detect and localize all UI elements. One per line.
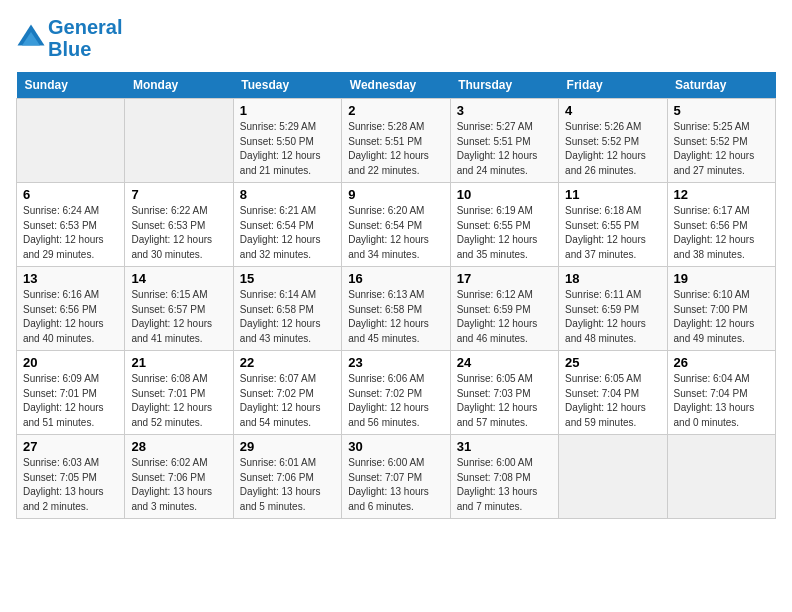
day-cell: 7Sunrise: 6:22 AM Sunset: 6:53 PM Daylig… — [125, 183, 233, 267]
day-cell: 4Sunrise: 5:26 AM Sunset: 5:52 PM Daylig… — [559, 99, 667, 183]
day-number: 5 — [674, 103, 769, 118]
day-number: 3 — [457, 103, 552, 118]
day-cell: 10Sunrise: 6:19 AM Sunset: 6:55 PM Dayli… — [450, 183, 558, 267]
day-cell: 11Sunrise: 6:18 AM Sunset: 6:55 PM Dayli… — [559, 183, 667, 267]
day-info: Sunrise: 6:05 AM Sunset: 7:04 PM Dayligh… — [565, 372, 660, 430]
day-cell: 8Sunrise: 6:21 AM Sunset: 6:54 PM Daylig… — [233, 183, 341, 267]
day-info: Sunrise: 6:15 AM Sunset: 6:57 PM Dayligh… — [131, 288, 226, 346]
day-cell: 15Sunrise: 6:14 AM Sunset: 6:58 PM Dayli… — [233, 267, 341, 351]
day-cell: 30Sunrise: 6:00 AM Sunset: 7:07 PM Dayli… — [342, 435, 450, 519]
day-info: Sunrise: 6:12 AM Sunset: 6:59 PM Dayligh… — [457, 288, 552, 346]
week-row-4: 20Sunrise: 6:09 AM Sunset: 7:01 PM Dayli… — [17, 351, 776, 435]
day-info: Sunrise: 6:04 AM Sunset: 7:04 PM Dayligh… — [674, 372, 769, 430]
day-cell: 17Sunrise: 6:12 AM Sunset: 6:59 PM Dayli… — [450, 267, 558, 351]
day-number: 9 — [348, 187, 443, 202]
col-header-friday: Friday — [559, 72, 667, 99]
day-number: 1 — [240, 103, 335, 118]
day-number: 11 — [565, 187, 660, 202]
day-number: 25 — [565, 355, 660, 370]
header-row: SundayMondayTuesdayWednesdayThursdayFrid… — [17, 72, 776, 99]
day-cell — [125, 99, 233, 183]
day-cell: 5Sunrise: 5:25 AM Sunset: 5:52 PM Daylig… — [667, 99, 775, 183]
day-info: Sunrise: 6:08 AM Sunset: 7:01 PM Dayligh… — [131, 372, 226, 430]
day-number: 2 — [348, 103, 443, 118]
day-number: 18 — [565, 271, 660, 286]
day-info: Sunrise: 6:07 AM Sunset: 7:02 PM Dayligh… — [240, 372, 335, 430]
day-info: Sunrise: 6:14 AM Sunset: 6:58 PM Dayligh… — [240, 288, 335, 346]
day-number: 26 — [674, 355, 769, 370]
day-cell: 27Sunrise: 6:03 AM Sunset: 7:05 PM Dayli… — [17, 435, 125, 519]
day-number: 23 — [348, 355, 443, 370]
day-info: Sunrise: 6:19 AM Sunset: 6:55 PM Dayligh… — [457, 204, 552, 262]
day-number: 24 — [457, 355, 552, 370]
day-cell: 31Sunrise: 6:00 AM Sunset: 7:08 PM Dayli… — [450, 435, 558, 519]
page-header: General Blue — [16, 16, 776, 60]
day-info: Sunrise: 6:06 AM Sunset: 7:02 PM Dayligh… — [348, 372, 443, 430]
day-cell: 16Sunrise: 6:13 AM Sunset: 6:58 PM Dayli… — [342, 267, 450, 351]
week-row-3: 13Sunrise: 6:16 AM Sunset: 6:56 PM Dayli… — [17, 267, 776, 351]
day-number: 8 — [240, 187, 335, 202]
day-number: 14 — [131, 271, 226, 286]
day-cell: 25Sunrise: 6:05 AM Sunset: 7:04 PM Dayli… — [559, 351, 667, 435]
day-number: 6 — [23, 187, 118, 202]
day-number: 12 — [674, 187, 769, 202]
day-info: Sunrise: 5:25 AM Sunset: 5:52 PM Dayligh… — [674, 120, 769, 178]
day-cell: 13Sunrise: 6:16 AM Sunset: 6:56 PM Dayli… — [17, 267, 125, 351]
day-info: Sunrise: 6:02 AM Sunset: 7:06 PM Dayligh… — [131, 456, 226, 514]
day-info: Sunrise: 6:24 AM Sunset: 6:53 PM Dayligh… — [23, 204, 118, 262]
day-number: 30 — [348, 439, 443, 454]
logo-general: General — [48, 16, 122, 38]
day-cell: 23Sunrise: 6:06 AM Sunset: 7:02 PM Dayli… — [342, 351, 450, 435]
day-cell — [559, 435, 667, 519]
day-number: 21 — [131, 355, 226, 370]
day-cell: 24Sunrise: 6:05 AM Sunset: 7:03 PM Dayli… — [450, 351, 558, 435]
day-info: Sunrise: 6:21 AM Sunset: 6:54 PM Dayligh… — [240, 204, 335, 262]
day-info: Sunrise: 5:26 AM Sunset: 5:52 PM Dayligh… — [565, 120, 660, 178]
day-number: 13 — [23, 271, 118, 286]
day-info: Sunrise: 5:28 AM Sunset: 5:51 PM Dayligh… — [348, 120, 443, 178]
day-info: Sunrise: 6:09 AM Sunset: 7:01 PM Dayligh… — [23, 372, 118, 430]
week-row-5: 27Sunrise: 6:03 AM Sunset: 7:05 PM Dayli… — [17, 435, 776, 519]
day-cell — [667, 435, 775, 519]
day-cell: 26Sunrise: 6:04 AM Sunset: 7:04 PM Dayli… — [667, 351, 775, 435]
day-number: 29 — [240, 439, 335, 454]
calendar-table: SundayMondayTuesdayWednesdayThursdayFrid… — [16, 72, 776, 519]
day-info: Sunrise: 6:20 AM Sunset: 6:54 PM Dayligh… — [348, 204, 443, 262]
day-cell: 12Sunrise: 6:17 AM Sunset: 6:56 PM Dayli… — [667, 183, 775, 267]
day-cell: 6Sunrise: 6:24 AM Sunset: 6:53 PM Daylig… — [17, 183, 125, 267]
day-number: 4 — [565, 103, 660, 118]
day-info: Sunrise: 6:13 AM Sunset: 6:58 PM Dayligh… — [348, 288, 443, 346]
logo: General Blue — [16, 16, 122, 60]
logo-icon — [16, 23, 46, 53]
day-info: Sunrise: 5:29 AM Sunset: 5:50 PM Dayligh… — [240, 120, 335, 178]
day-info: Sunrise: 6:17 AM Sunset: 6:56 PM Dayligh… — [674, 204, 769, 262]
day-cell: 14Sunrise: 6:15 AM Sunset: 6:57 PM Dayli… — [125, 267, 233, 351]
col-header-tuesday: Tuesday — [233, 72, 341, 99]
logo-text: General Blue — [48, 16, 122, 60]
day-info: Sunrise: 6:00 AM Sunset: 7:08 PM Dayligh… — [457, 456, 552, 514]
day-info: Sunrise: 6:11 AM Sunset: 6:59 PM Dayligh… — [565, 288, 660, 346]
day-cell: 3Sunrise: 5:27 AM Sunset: 5:51 PM Daylig… — [450, 99, 558, 183]
week-row-2: 6Sunrise: 6:24 AM Sunset: 6:53 PM Daylig… — [17, 183, 776, 267]
col-header-thursday: Thursday — [450, 72, 558, 99]
col-header-wednesday: Wednesday — [342, 72, 450, 99]
day-number: 16 — [348, 271, 443, 286]
col-header-sunday: Sunday — [17, 72, 125, 99]
day-number: 10 — [457, 187, 552, 202]
logo-blue: Blue — [48, 38, 122, 60]
day-info: Sunrise: 6:03 AM Sunset: 7:05 PM Dayligh… — [23, 456, 118, 514]
day-cell: 18Sunrise: 6:11 AM Sunset: 6:59 PM Dayli… — [559, 267, 667, 351]
col-header-monday: Monday — [125, 72, 233, 99]
day-info: Sunrise: 6:00 AM Sunset: 7:07 PM Dayligh… — [348, 456, 443, 514]
day-info: Sunrise: 6:18 AM Sunset: 6:55 PM Dayligh… — [565, 204, 660, 262]
day-number: 7 — [131, 187, 226, 202]
day-info: Sunrise: 6:16 AM Sunset: 6:56 PM Dayligh… — [23, 288, 118, 346]
day-info: Sunrise: 6:01 AM Sunset: 7:06 PM Dayligh… — [240, 456, 335, 514]
day-info: Sunrise: 6:22 AM Sunset: 6:53 PM Dayligh… — [131, 204, 226, 262]
day-cell: 2Sunrise: 5:28 AM Sunset: 5:51 PM Daylig… — [342, 99, 450, 183]
day-cell: 29Sunrise: 6:01 AM Sunset: 7:06 PM Dayli… — [233, 435, 341, 519]
day-number: 19 — [674, 271, 769, 286]
day-number: 31 — [457, 439, 552, 454]
week-row-1: 1Sunrise: 5:29 AM Sunset: 5:50 PM Daylig… — [17, 99, 776, 183]
day-info: Sunrise: 6:10 AM Sunset: 7:00 PM Dayligh… — [674, 288, 769, 346]
